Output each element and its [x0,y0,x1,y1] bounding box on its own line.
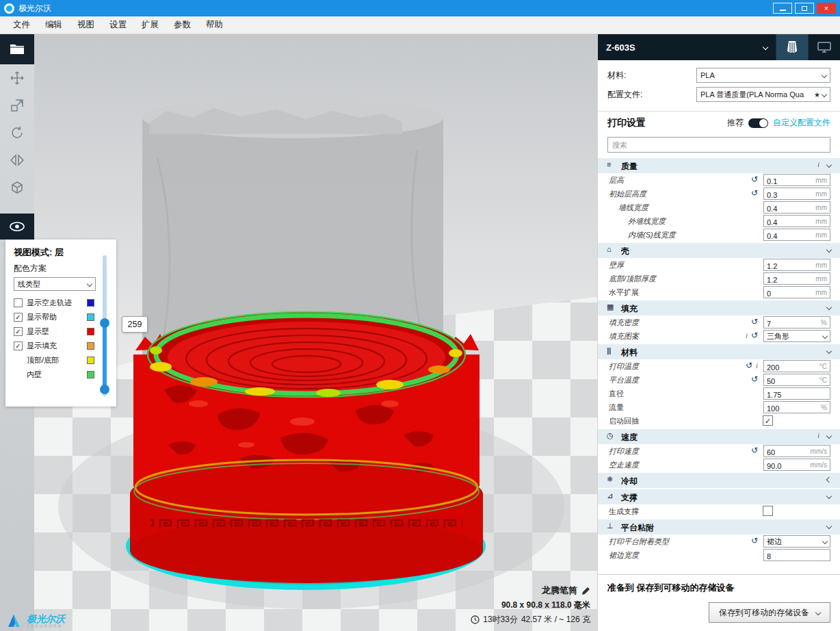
checkbox[interactable]: ✓ [14,313,23,322]
value-input[interactable] [764,403,811,414]
print-speed-input[interactable]: mm/s [763,445,830,457]
value-input[interactable] [764,203,811,214]
value-input[interactable] [764,217,811,228]
profile-select[interactable]: PLA 普通质量(PLA Norma Qua ★ [696,87,830,102]
horizontal-expansion-input[interactable]: mm [763,286,830,298]
infill-density-input[interactable]: % [763,316,830,329]
model-preview[interactable] [34,34,597,631]
settings-search-input[interactable] [607,137,830,153]
section-header-infill[interactable]: ▦ 填充 [598,300,840,316]
value-input[interactable] [764,389,811,400]
revert-icon[interactable]: ↺ [751,446,758,455]
value-input[interactable] [764,318,811,329]
value-input[interactable] [764,461,811,472]
checkbox[interactable]: ✓ [14,327,23,336]
revert-icon[interactable]: ↺ [751,374,758,384]
initial-layer-height-input[interactable]: mm [763,188,830,200]
revert-icon[interactable]: ↺ [751,536,758,545]
rotate-tool-button[interactable] [0,119,34,146]
custom-profile-link[interactable]: 自定义配置文件 [773,117,830,129]
move-tool-button[interactable] [0,64,34,92]
save-to-removable-button[interactable]: 保存到可移动的存储设备 [709,602,830,623]
wall-thickness-input[interactable]: mm [763,259,830,271]
rename-pencil-icon[interactable] [581,587,590,595]
info-icon[interactable]: i [817,431,819,439]
menu-extensions[interactable]: 扩展 [134,16,166,34]
menu-view[interactable]: 视图 [70,16,102,34]
printer-selector[interactable]: Z-603S [598,34,776,60]
diameter-input[interactable] [763,387,830,400]
print-temperature-input[interactable]: °C [763,360,830,372]
minimize-button[interactable] [773,3,792,14]
menu-settings[interactable]: 设置 [102,16,134,34]
layer-height-input[interactable]: mm [763,174,830,186]
revert-icon[interactable]: ↺ [751,317,758,326]
section-header-shell[interactable]: ⌂ 壳 [598,243,840,258]
checkbox[interactable] [14,298,23,307]
per-model-settings-button[interactable] [0,174,34,201]
revert-icon[interactable]: ↺ [751,175,758,184]
maximize-button[interactable] [795,3,814,14]
model-info: 龙腾笔筒 90.8 x 90.8 x 118.0 毫米 13时33分 42.57… [471,584,590,626]
tab-monitor[interactable] [808,34,840,60]
info-icon[interactable]: i [756,361,758,370]
generate-support-checkbox[interactable] [763,506,773,516]
view-mode-button[interactable] [0,214,34,240]
tab-prepare[interactable] [776,34,808,60]
value-input[interactable] [764,288,811,299]
infill-pattern-select[interactable]: 三角形 [763,330,830,342]
value-input[interactable] [764,362,811,373]
value-input[interactable] [764,376,811,387]
setting-row-infill-pattern: 填充图案 i ↺ 三角形 [598,329,840,343]
top-bottom-thickness-input[interactable]: mm [763,272,830,285]
section-header-support[interactable]: ⊿ 支撑 [598,489,840,504]
value-input[interactable] [764,261,811,272]
info-icon[interactable]: i [746,331,748,339]
skirt-width-input[interactable] [763,549,830,561]
section-header-speed[interactable]: ◷ 速度 i [598,429,840,444]
legend-travels: 显示空走轨迹 [14,296,109,310]
inner-wall-line-width-input[interactable]: mm [763,229,830,241]
value-input[interactable] [764,176,811,187]
section-header-quality[interactable]: ≡ 质量 i [598,158,840,173]
retraction-checkbox[interactable]: ✓ [763,415,773,426]
outer-wall-line-width-input[interactable]: mm [763,215,830,227]
revert-icon[interactable]: ↺ [751,188,758,198]
value-input[interactable] [764,190,811,201]
viewport-3d[interactable]: 龙腾笔筒 90.8 x 90.8 x 118.0 毫米 13时33分 42.57… [34,34,597,631]
line-width-input[interactable]: mm [763,201,830,214]
open-file-button[interactable] [0,34,34,64]
value-input[interactable] [764,231,811,242]
travel-speed-input[interactable]: mm/s [763,459,830,471]
titlebar: 极光尔沃 × [0,0,840,16]
revert-icon[interactable]: ↺ [746,361,752,370]
value-input[interactable] [764,447,811,458]
slider-handle-bottom[interactable] [100,385,109,394]
material-select[interactable]: PLA [696,68,830,83]
section-header-material[interactable]: ||| 材料 [598,344,840,359]
mirror-icon [10,153,25,168]
adhesion-type-select[interactable]: 裙边 [763,535,830,548]
chevron-down-icon [826,348,832,354]
section-header-cooling[interactable]: ❄ 冷却 [598,473,840,488]
info-icon[interactable]: i [817,160,819,168]
value-input[interactable] [764,274,811,285]
menu-file[interactable]: 文件 [5,16,38,34]
color-scheme-select[interactable]: 线类型 [14,277,96,291]
revert-icon[interactable]: ↺ [751,331,758,340]
menu-edit[interactable]: 编辑 [38,16,70,34]
scale-tool-button[interactable] [0,92,34,119]
mirror-tool-button[interactable] [0,146,34,174]
close-button[interactable]: × [817,3,836,14]
value-input[interactable] [764,551,811,562]
recommended-custom-toggle[interactable] [748,118,768,128]
bed-temperature-input[interactable]: °C [763,374,830,386]
model-name: 龙腾笔筒 [542,584,577,597]
slider-handle-top[interactable] [100,318,109,328]
layer-slider[interactable] [100,255,109,396]
menu-help[interactable]: 帮助 [198,16,231,34]
checkbox[interactable]: ✓ [14,342,23,350]
section-header-adhesion[interactable]: ⊥ 平台粘附 [598,519,840,535]
menu-parameters[interactable]: 参数 [166,16,198,34]
flow-input[interactable]: % [763,401,830,413]
